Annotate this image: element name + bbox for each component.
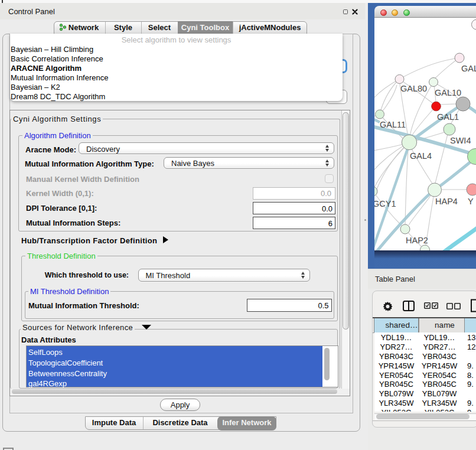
svg-text:GAL10: GAL10 — [435, 88, 461, 97]
svg-text:GAL11: GAL11 — [380, 120, 406, 129]
svg-text:HAP2: HAP2 — [406, 236, 428, 245]
svg-text:GAL4: GAL4 — [410, 151, 432, 161]
svg-text:SWI4: SWI4 — [450, 136, 471, 145]
svg-text:GAL: GAL — [461, 64, 476, 73]
svg-text:Y: Y — [468, 197, 474, 206]
svg-text:GAL1: GAL1 — [437, 112, 459, 122]
svg-text:HAP4: HAP4 — [435, 197, 458, 206]
svg-text:GAL80: GAL80 — [400, 84, 427, 93]
svg-text:GCY1: GCY1 — [374, 199, 396, 208]
